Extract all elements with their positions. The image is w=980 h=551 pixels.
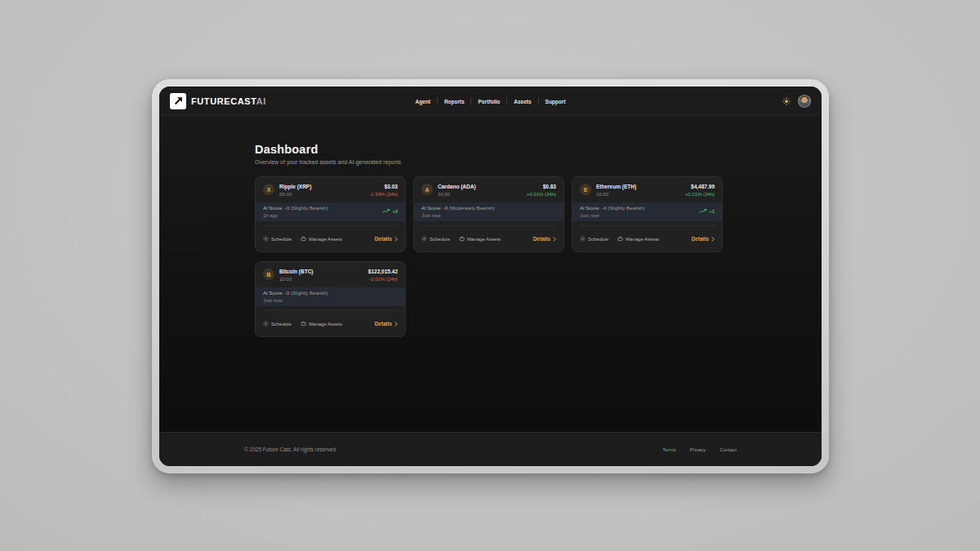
asset-name: Ripple (XRP)	[279, 184, 311, 189]
ai-sentiment: (Moderately Bearish)	[449, 206, 495, 211]
asset-card-ripple: X Ripple (XRP) 09:00 $3.03 -1.93% (24h) …	[255, 176, 406, 252]
ai-updated: Just now	[421, 213, 495, 218]
asset-price: $4,487.99	[685, 184, 715, 189]
asset-initial-badge: X	[263, 184, 274, 195]
footer-link-privacy[interactable]: Privacy	[690, 447, 706, 452]
nav-item-agent[interactable]: Agent	[409, 97, 437, 104]
card-actions: Schedule Manage Assets	[256, 311, 405, 336]
manage-assets-button[interactable]: Manage Assets	[617, 236, 659, 242]
trend-value: +1	[709, 209, 715, 214]
asset-price: $3.03	[369, 184, 398, 189]
asset-time: 10:00	[279, 277, 314, 282]
asset-initial-badge: E	[580, 184, 591, 195]
card-actions: Schedule Manage Assets	[572, 226, 722, 251]
ai-score-label: AI Score:	[580, 206, 600, 211]
asset-cards-grid: X Ripple (XRP) 09:00 $3.03 -1.93% (24h) …	[255, 176, 723, 337]
header-actions	[782, 95, 811, 108]
schedule-button[interactable]: Schedule	[580, 236, 608, 242]
asset-name: Cardano (ADA)	[438, 184, 476, 189]
asset-name: Ethereum (ETH)	[596, 184, 636, 189]
brand-name: FUTURECASTAI	[191, 96, 266, 106]
asset-change: -0.01% (24h)	[368, 277, 398, 282]
theme-toggle-sun-icon[interactable]	[782, 97, 791, 105]
card-actions: Schedule Manage Assets	[256, 226, 405, 251]
asset-initial-badge: A	[421, 184, 433, 195]
trend-value: +2	[392, 209, 398, 214]
asset-price: $0.83	[527, 184, 556, 189]
card-actions: Schedule Manage Assets	[414, 226, 564, 251]
footer-link-contact[interactable]: Contact	[719, 447, 737, 452]
briefcase-icon	[459, 236, 465, 242]
trend-indicator: +1	[699, 209, 715, 214]
app-footer: © 2025 Future Cast. All rights reserved.…	[159, 432, 822, 466]
ai-score-label: AI Score:	[421, 206, 442, 211]
schedule-button[interactable]: Schedule	[263, 321, 292, 327]
nav-item-assets[interactable]: Assets	[506, 97, 537, 104]
ai-score-value: -6	[443, 206, 448, 211]
nav-item-portfolio[interactable]: Portfolio	[471, 97, 507, 104]
asset-time: 10:00	[596, 192, 636, 197]
page-subtitle: Overview of your tracked assets and AI-g…	[255, 159, 822, 165]
ai-score-band: AI Score:-6(Moderately Bearish) Just now	[414, 202, 564, 222]
primary-nav: Agent Reports Portfolio Assets Support	[409, 97, 572, 104]
brand: FUTURECASTAI	[170, 93, 266, 109]
device-frame: FUTURECASTAI Agent Reports Portfolio Ass…	[152, 79, 829, 473]
gear-icon	[421, 236, 427, 242]
ai-updated: Just now	[580, 213, 644, 218]
footer-links: Terms Privacy Contact	[662, 447, 737, 452]
ai-score-band: AI Score:-4(Slightly Bearish) Just now +…	[572, 202, 722, 222]
asset-name: Bitcoin (BTC)	[279, 269, 314, 274]
nav-item-support[interactable]: Support	[538, 97, 572, 104]
chevron-right-icon	[711, 237, 715, 242]
card-header: A Cardano (ADA) 10:00 $0.83 +0.01% (24h)	[414, 177, 564, 197]
ai-sentiment: (Slightly Bearish)	[291, 206, 327, 211]
trending-up-icon	[699, 209, 707, 214]
details-button[interactable]: Details	[375, 321, 398, 327]
manage-assets-button[interactable]: Manage Assets	[301, 321, 342, 327]
chevron-right-icon	[553, 237, 556, 242]
card-header: E Ethereum (ETH) 10:00 $4,487.99 +0.21% …	[572, 177, 722, 197]
schedule-button[interactable]: Schedule	[263, 236, 292, 242]
manage-assets-button[interactable]: Manage Assets	[459, 236, 501, 242]
trend-indicator: +2	[382, 209, 398, 214]
card-header: X Ripple (XRP) 09:00 $3.03 -1.93% (24h)	[256, 177, 405, 197]
app-window: FUTURECASTAI Agent Reports Portfolio Ass…	[159, 87, 822, 466]
briefcase-icon	[301, 236, 306, 242]
ai-score-label: AI Score:	[263, 206, 283, 211]
ai-score-value: -3	[285, 291, 289, 295]
chevron-right-icon	[394, 322, 398, 327]
asset-change: +0.01% (24h)	[527, 192, 556, 197]
asset-price: $122,015.42	[368, 269, 398, 274]
details-button[interactable]: Details	[375, 236, 398, 242]
user-avatar[interactable]	[798, 95, 811, 108]
asset-change: +0.21% (24h)	[685, 192, 715, 197]
ai-updated: 1h ago	[263, 213, 327, 218]
details-button[interactable]: Details	[692, 236, 715, 242]
footer-link-terms[interactable]: Terms	[662, 447, 675, 452]
manage-assets-button[interactable]: Manage Assets	[301, 236, 342, 242]
details-button[interactable]: Details	[533, 236, 556, 242]
asset-change: -1.93% (24h)	[369, 192, 398, 197]
dashboard-main: Dashboard Overview of your tracked asset…	[159, 116, 822, 432]
asset-initial-badge: B	[263, 269, 274, 280]
app-header: FUTURECASTAI Agent Reports Portfolio Ass…	[159, 87, 822, 116]
copyright: © 2025 Future Cast. All rights reserved.	[244, 447, 337, 452]
ai-score-label: AI Score:	[263, 291, 283, 295]
gear-icon	[580, 236, 586, 242]
ai-score-band: AI Score:-3(Slightly Bearish) 1h ago +2	[256, 202, 405, 222]
brand-suffix: AI	[256, 96, 266, 106]
ai-updated: Just now	[263, 298, 327, 303]
nav-item-reports[interactable]: Reports	[437, 97, 471, 104]
briefcase-icon	[301, 321, 306, 327]
asset-card-cardano: A Cardano (ADA) 10:00 $0.83 +0.01% (24h)…	[413, 176, 564, 252]
asset-card-ethereum: E Ethereum (ETH) 10:00 $4,487.99 +0.21% …	[572, 176, 723, 252]
brand-logo-icon	[170, 93, 186, 109]
ai-score-value: -4	[602, 206, 606, 211]
asset-time: 10:00	[438, 192, 476, 197]
ai-sentiment: (Slightly Bearish)	[608, 206, 644, 211]
gear-icon	[263, 321, 269, 327]
asset-card-bitcoin: B Bitcoin (BTC) 10:00 $122,015.42 -0.01%…	[255, 261, 406, 337]
briefcase-icon	[617, 236, 623, 242]
ai-sentiment: (Slightly Bearish)	[291, 291, 327, 295]
schedule-button[interactable]: Schedule	[421, 236, 450, 242]
